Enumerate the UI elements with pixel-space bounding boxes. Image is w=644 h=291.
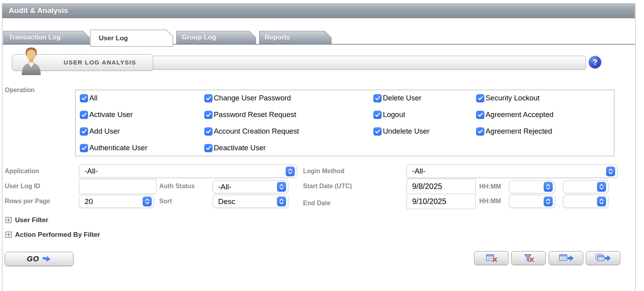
- help-icon[interactable]: ?: [589, 56, 601, 68]
- end-date-label: End Date: [303, 200, 330, 207]
- checkbox-checked-icon: [204, 94, 213, 102]
- page-title: Audit & Analysis: [2, 6, 68, 15]
- checkbox-checked-icon: [373, 111, 382, 119]
- select-value: 20: [85, 197, 93, 206]
- user-log-id-label: User Log ID: [5, 183, 40, 190]
- checkbox-label: Logout: [383, 110, 405, 119]
- help-glyph: ?: [593, 58, 597, 67]
- rows-per-page-label: Rows per Page: [5, 198, 50, 205]
- clear-table-button[interactable]: [474, 251, 508, 265]
- checkbox-label: Authenticate User: [89, 144, 147, 152]
- checkbox-label: Security Lockout: [486, 94, 540, 102]
- start-time-label: HH:MM: [479, 183, 501, 190]
- checkbox-deactivate-user[interactable]: Deactivate User: [204, 144, 266, 152]
- checkbox-add-user[interactable]: Add User: [80, 127, 120, 136]
- checkbox-label: Add User: [89, 127, 120, 136]
- stepper-icon: [606, 166, 615, 176]
- table-export-icon: [558, 253, 574, 263]
- login-method-label: Login Method: [303, 168, 345, 175]
- checkbox-checked-icon: [80, 127, 88, 136]
- checkbox-label: Undelete User: [383, 127, 429, 136]
- tab-label: Group Log: [182, 31, 252, 44]
- operation-label: Operation: [5, 87, 35, 94]
- checkbox-label: Account Creation Request: [214, 127, 299, 136]
- select-value: -All-: [412, 167, 426, 176]
- checkbox-label: Agreement Accepted: [486, 110, 554, 119]
- filter-delete-icon: [521, 253, 537, 263]
- end-minute-select[interactable]: [563, 195, 608, 208]
- go-button[interactable]: GO: [5, 252, 73, 266]
- sort-select[interactable]: Desc: [213, 195, 288, 208]
- application-label: Application: [5, 168, 39, 175]
- arrow-right-icon: [42, 255, 51, 263]
- export-all-tables-button[interactable]: [586, 251, 620, 265]
- checkbox-checked-icon: [476, 94, 484, 102]
- checkbox-checked-icon: [373, 127, 382, 136]
- stepper-icon: [286, 166, 295, 176]
- stepper-icon: [277, 197, 286, 206]
- section-title: USER LOG ANALYSIS: [64, 55, 136, 70]
- go-button-label: GO: [27, 255, 40, 263]
- user-filter-expand-icon[interactable]: [6, 217, 11, 223]
- stepper-icon: [544, 182, 553, 192]
- checkbox-checked-icon: [80, 94, 88, 102]
- clear-filter-button[interactable]: [511, 251, 546, 265]
- start-minute-select[interactable]: [563, 180, 608, 193]
- checkbox-logout[interactable]: Logout: [373, 110, 405, 119]
- checkbox-change-user-password[interactable]: Change User Password: [204, 94, 291, 102]
- checkbox-activate-user[interactable]: Activate User: [80, 110, 133, 119]
- application-select[interactable]: -All-: [79, 164, 297, 178]
- user-log-id-input[interactable]: [79, 179, 156, 194]
- checkbox-label: Password Reset Request: [214, 110, 296, 119]
- table-delete-icon: [484, 253, 499, 263]
- checkbox-account-creation-request[interactable]: Account Creation Request: [204, 127, 299, 136]
- export-table-button[interactable]: [549, 251, 583, 265]
- user-avatar-icon: [17, 44, 45, 75]
- stepper-icon: [544, 197, 553, 206]
- start-date-label: Start Date (UTC): [303, 183, 352, 190]
- checkbox-authenticate-user[interactable]: Authenticate User: [80, 144, 147, 152]
- select-value: -All-: [218, 183, 232, 191]
- stepper-icon: [597, 182, 606, 192]
- action-performed-by-filter-expand-icon[interactable]: [6, 232, 11, 238]
- end-time-label: HH:MM: [479, 198, 501, 205]
- tables-export-icon: [595, 253, 612, 263]
- checkbox-agreement-rejected[interactable]: Agreement Rejected: [476, 127, 552, 136]
- rows-per-page-select[interactable]: 20: [79, 195, 154, 208]
- start-date-input[interactable]: 9/8/2025: [407, 179, 476, 194]
- checkbox-agreement-accepted[interactable]: Agreement Accepted: [476, 110, 554, 119]
- stepper-icon: [277, 182, 286, 192]
- checkbox-checked-icon: [476, 111, 484, 119]
- tab-label: Reports: [265, 31, 328, 44]
- end-hour-select[interactable]: [509, 195, 555, 208]
- tab-group-log[interactable]: Group Log: [176, 31, 256, 44]
- checkbox-all[interactable]: All: [80, 94, 98, 102]
- auth-status-label: Auth Status: [159, 183, 195, 190]
- audit-analysis-page: Audit & Analysis Transaction Log User Lo…: [0, 0, 644, 291]
- checkbox-checked-icon: [80, 111, 88, 119]
- sort-label: Sort: [159, 198, 172, 205]
- tab-reports[interactable]: Reports: [259, 31, 331, 44]
- checkbox-label: Deactivate User: [214, 144, 266, 152]
- end-date-input[interactable]: 9/10/2025: [407, 194, 476, 209]
- login-method-select[interactable]: -All-: [407, 164, 618, 178]
- tab-transaction-log[interactable]: Transaction Log: [3, 31, 90, 44]
- tab-user-log[interactable]: User Log: [90, 30, 173, 47]
- action-performed-by-filter-expander[interactable]: Action Performed By Filter: [15, 231, 100, 239]
- input-value: 9/8/2025: [412, 182, 442, 191]
- tab-label: User Log: [99, 30, 169, 47]
- input-value: 9/10/2025: [412, 197, 446, 206]
- checkbox-label: All: [89, 94, 98, 102]
- checkbox-label: Change User Password: [214, 94, 291, 102]
- checkbox-undelete-user[interactable]: Undelete User: [373, 127, 429, 136]
- user-filter-expander[interactable]: User Filter: [15, 216, 48, 224]
- checkbox-security-lockout[interactable]: Security Lockout: [476, 94, 540, 102]
- checkbox-checked-icon: [476, 127, 484, 136]
- stepper-icon: [597, 197, 606, 206]
- auth-status-select[interactable]: -All-: [213, 180, 288, 193]
- checkbox-label: Activate User: [89, 110, 133, 119]
- section-header-bar: [151, 56, 586, 70]
- start-hour-select[interactable]: [509, 180, 555, 193]
- checkbox-delete-user[interactable]: Delete User: [373, 94, 422, 102]
- checkbox-password-reset-request[interactable]: Password Reset Request: [204, 110, 296, 119]
